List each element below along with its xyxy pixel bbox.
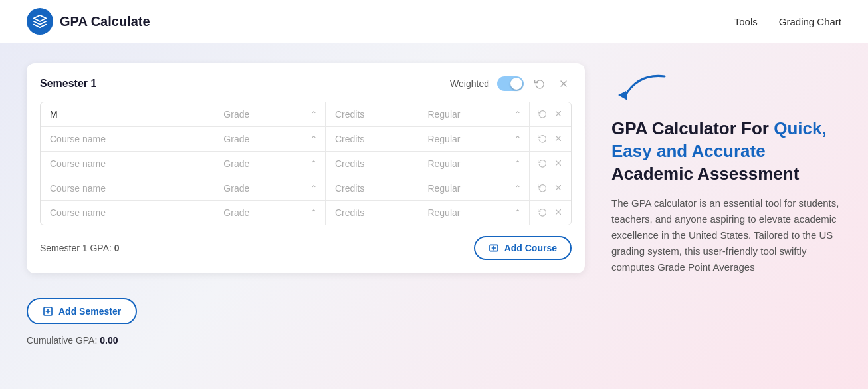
add-course-button[interactable]: Add Course	[474, 236, 572, 260]
chevron-down-icon: ⌃	[514, 184, 521, 193]
credits-input[interactable]: Credits	[326, 176, 419, 200]
nav-grading-chart[interactable]: Grading Chart	[779, 16, 841, 27]
delete-row-button[interactable]	[552, 157, 564, 171]
delete-row-button[interactable]	[552, 182, 564, 195]
semester-header: Semester 1 Weighted	[40, 76, 572, 91]
cumulative-gpa-value: 0.00	[100, 335, 118, 346]
divider	[27, 287, 585, 287]
main-content: Semester 1 Weighted	[0, 43, 868, 389]
table-row: M Grade ⌃ Credits Regular ⌃	[41, 102, 571, 127]
credits-input[interactable]: Credits	[326, 127, 419, 151]
type-select[interactable]: Regular ⌃	[419, 127, 530, 151]
grade-label: Grade	[223, 183, 249, 194]
chevron-down-icon: ⌃	[310, 110, 317, 119]
chevron-down-icon: ⌃	[310, 184, 317, 193]
logo-text: GPA Calculate	[60, 14, 150, 29]
logo: GPA Calculate	[27, 8, 150, 35]
credits-input[interactable]: Credits	[326, 152, 419, 176]
chevron-down-icon: ⌃	[514, 208, 521, 217]
header: GPA Calculate Tools Grading Chart	[0, 0, 868, 43]
heading-part2: Academic Assessment	[611, 164, 799, 184]
chevron-down-icon: ⌃	[514, 110, 521, 119]
nav-tools[interactable]: Tools	[734, 16, 758, 27]
right-panel: GPA Calculator For Quick, Easy and Accur…	[611, 63, 841, 376]
table-row: Course name Grade ⌃ Credits Regular ⌃	[41, 152, 571, 176]
table-row: Course name Grade ⌃ Credits Regular ⌃	[41, 176, 571, 201]
add-course-label: Add Course	[504, 243, 557, 253]
grade-select[interactable]: Grade ⌃	[215, 176, 326, 200]
type-label: Regular	[427, 183, 460, 194]
grade-select[interactable]: Grade ⌃	[215, 102, 326, 126]
logo-icon	[27, 8, 53, 35]
weighted-toggle[interactable]	[497, 76, 524, 91]
delete-row-button[interactable]	[552, 132, 564, 146]
chevron-down-icon: ⌃	[310, 208, 317, 217]
semester-controls: Weighted	[450, 76, 572, 91]
add-semester-button[interactable]: Add Semester	[27, 298, 137, 324]
table-row: Course name Grade ⌃ Credits Regular ⌃	[41, 127, 571, 152]
credits-input[interactable]: Credits	[326, 201, 419, 225]
heading-part1: GPA Calculator For	[611, 118, 774, 138]
row-actions	[530, 206, 571, 220]
semester-footer: Semester 1 GPA: 0 Add Course	[40, 236, 572, 260]
type-label: Regular	[427, 207, 460, 218]
grade-label: Grade	[223, 134, 249, 144]
svg-marker-18	[618, 91, 627, 100]
refresh-row-button[interactable]	[536, 206, 548, 220]
refresh-row-button[interactable]	[536, 157, 548, 171]
row-actions	[530, 157, 571, 171]
type-label: Regular	[427, 134, 460, 144]
chevron-down-icon: ⌃	[514, 134, 521, 144]
grade-label: Grade	[223, 109, 249, 120]
chevron-down-icon: ⌃	[514, 159, 521, 168]
semester-card: Semester 1 Weighted	[27, 63, 585, 273]
grade-select[interactable]: Grade ⌃	[215, 127, 326, 151]
chevron-down-icon: ⌃	[310, 159, 317, 168]
course-name-input[interactable]: M	[41, 102, 215, 126]
header-nav: Tools Grading Chart	[734, 16, 841, 27]
type-select[interactable]: Regular ⌃	[419, 176, 530, 200]
semester-gpa-value: 0	[114, 243, 120, 253]
row-actions	[530, 108, 571, 122]
refresh-row-button[interactable]	[536, 132, 548, 146]
chevron-down-icon: ⌃	[310, 134, 317, 144]
type-label: Regular	[427, 158, 460, 169]
row-actions	[530, 132, 571, 146]
grade-select[interactable]: Grade ⌃	[215, 201, 326, 225]
course-name-input[interactable]: Course name	[41, 127, 215, 151]
credits-input[interactable]: Credits	[326, 102, 419, 126]
semester-gpa-label: Semester 1 GPA: 0	[40, 243, 120, 253]
row-actions	[530, 182, 571, 195]
course-name-input[interactable]: Course name	[41, 152, 215, 176]
grade-label: Grade	[223, 207, 249, 218]
cumulative-gpa: Cumulative GPA: 0.00	[27, 335, 585, 346]
course-name-input[interactable]: Course name	[41, 176, 215, 200]
type-select[interactable]: Regular ⌃	[419, 201, 530, 225]
course-name-input[interactable]: Course name	[41, 201, 215, 225]
refresh-semester-button[interactable]	[532, 77, 548, 90]
arrow-decoration	[611, 70, 841, 112]
delete-row-button[interactable]	[552, 108, 564, 122]
grade-label: Grade	[223, 158, 249, 169]
right-heading: GPA Calculator For Quick, Easy and Accur…	[611, 118, 841, 185]
add-semester-label: Add Semester	[58, 306, 121, 317]
refresh-row-button[interactable]	[536, 182, 548, 195]
close-semester-button[interactable]	[556, 77, 572, 90]
course-table: M Grade ⌃ Credits Regular ⌃	[40, 102, 572, 225]
left-panel: Semester 1 Weighted	[27, 63, 585, 376]
semester-title: Semester 1	[40, 78, 96, 90]
grade-select[interactable]: Grade ⌃	[215, 152, 326, 176]
table-row: Course name Grade ⌃ Credits Regular ⌃	[41, 201, 571, 225]
type-select[interactable]: Regular ⌃	[419, 152, 530, 176]
refresh-row-button[interactable]	[536, 108, 548, 122]
right-description: The GPA calculator is an essential tool …	[611, 195, 841, 275]
delete-row-button[interactable]	[552, 206, 564, 220]
type-select[interactable]: Regular ⌃	[419, 102, 530, 126]
weighted-label: Weighted	[450, 78, 489, 89]
type-label: Regular	[427, 109, 460, 120]
